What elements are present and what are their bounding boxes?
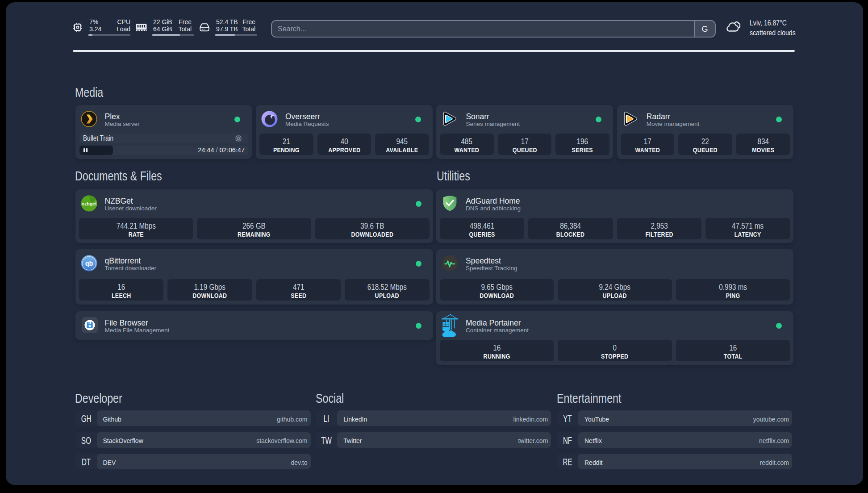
svg-text:nzbget: nzbget — [81, 201, 96, 206]
svg-text:qb: qb — [85, 260, 93, 267]
